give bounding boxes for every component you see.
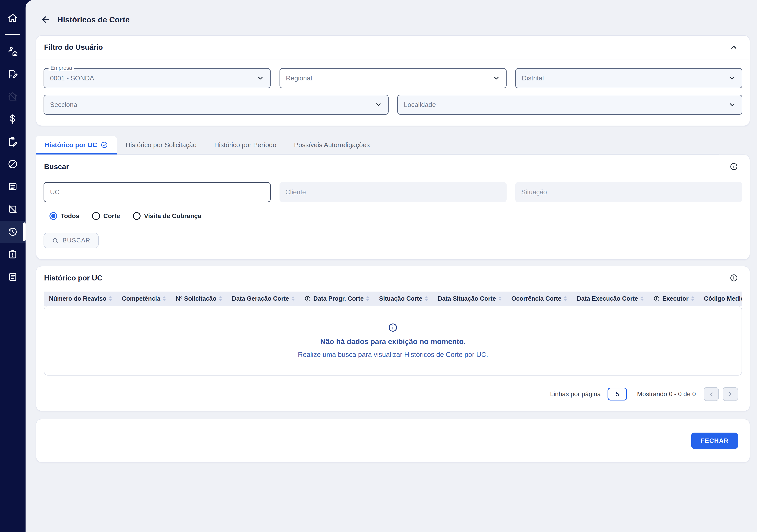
empresa-select[interactable]: Empresa 0001 - SONDA xyxy=(44,68,271,88)
column-label: Nº Solicitação xyxy=(176,295,217,302)
chevron-up-icon xyxy=(730,43,738,51)
column-header-0[interactable]: Número do Reaviso xyxy=(44,295,117,302)
uc-input[interactable] xyxy=(44,182,271,202)
info-icon xyxy=(304,296,311,302)
filter-card: Filtro do Usuário Empresa 0001 - SONDA R… xyxy=(36,35,750,126)
bottom-spacer xyxy=(36,462,750,495)
info-icon xyxy=(730,274,738,282)
clipboard-card-icon xyxy=(7,181,18,192)
radio-corte[interactable]: Corte xyxy=(92,212,120,220)
tab-historico-por-uc[interactable]: Histórico por UC xyxy=(36,136,117,154)
results-card: Histórico por UC Número do ReavisoCompet… xyxy=(36,266,750,411)
sidebar xyxy=(0,0,25,532)
sidebar-item-reports[interactable] xyxy=(0,266,25,288)
sidebar-item-history[interactable] xyxy=(0,221,25,243)
rows-per-page-label: Linhas por página xyxy=(550,391,601,398)
back-arrow-icon[interactable] xyxy=(41,15,51,24)
sidebar-item-clipboard-card[interactable] xyxy=(0,175,25,198)
column-label: Data Geração Corte xyxy=(232,295,289,302)
sidebar-item-user-home[interactable] xyxy=(0,40,25,63)
image-off-icon xyxy=(7,204,18,214)
tab-possiveis-autorreligacoes[interactable]: Possíveis Autorreligações xyxy=(285,136,379,154)
column-header-5[interactable]: Situação Corte xyxy=(374,295,433,302)
cliente-input[interactable] xyxy=(280,182,506,202)
buscar-button[interactable]: BUSCAR xyxy=(44,233,99,249)
document-lines-icon xyxy=(7,271,18,282)
column-header-3[interactable]: Data Geração Corte xyxy=(227,295,300,302)
regional-select[interactable]: Regional xyxy=(280,68,506,88)
sort-icon xyxy=(366,296,369,301)
distrital-placeholder: Distrital xyxy=(522,75,544,82)
column-label: Ocorrência Corte xyxy=(511,295,561,302)
sidebar-item-image-off[interactable] xyxy=(0,198,25,221)
fechar-button[interactable]: FECHAR xyxy=(691,433,738,449)
chevron-down-icon xyxy=(729,75,736,82)
buscar-button-label: BUSCAR xyxy=(63,237,90,244)
sort-icon xyxy=(109,296,112,301)
empty-state-subtitle: Realize uma busca para visualizar Histór… xyxy=(298,351,488,359)
column-label: Data Execução Corte xyxy=(577,295,638,302)
collapse-button[interactable] xyxy=(730,43,738,51)
next-page-button[interactable] xyxy=(723,387,738,401)
info-icon xyxy=(730,162,738,171)
tab-label: Histórico por Solicitação xyxy=(126,141,197,149)
radio-dot xyxy=(49,212,57,220)
radio-group: Todos Corte Visita de Cobrança xyxy=(49,212,742,220)
results-card-title: Histórico por UC xyxy=(44,274,102,282)
tab-historico-por-solicitacao[interactable]: Histórico por Solicitação xyxy=(117,136,205,154)
column-header-1[interactable]: Competência xyxy=(117,295,171,302)
sidebar-item-clipboard-edit[interactable] xyxy=(0,130,25,153)
page-header: Históricos de Corte xyxy=(36,15,750,24)
radio-dot xyxy=(92,212,100,220)
radio-label: Corte xyxy=(103,212,120,220)
sidebar-item-home-off[interactable] xyxy=(0,85,25,108)
seccional-select[interactable]: Seccional xyxy=(44,95,389,115)
column-label: Competência xyxy=(122,295,160,302)
seccional-placeholder: Seccional xyxy=(50,101,79,109)
home-off-icon xyxy=(7,91,18,102)
tab-historico-por-periodo[interactable]: Histórico por Período xyxy=(205,136,285,154)
column-header-9[interactable]: Executor xyxy=(649,295,699,302)
clipboard-edit-icon xyxy=(7,136,18,147)
chevron-down-icon xyxy=(375,101,382,108)
column-header-7[interactable]: Ocorrência Corte xyxy=(506,295,572,302)
column-header-10[interactable]: Código Medidor xyxy=(699,295,742,302)
sidebar-item-alerts[interactable] xyxy=(0,243,25,266)
tab-label: Possíveis Autorreligações xyxy=(294,141,370,149)
info-icon xyxy=(388,323,398,332)
column-label: Código Medidor xyxy=(704,295,742,302)
sidebar-item-home[interactable] xyxy=(0,7,25,29)
rows-per-page-input[interactable] xyxy=(608,388,627,400)
main-content: Históricos de Corte Filtro do Usuário Em… xyxy=(25,0,757,532)
column-header-6[interactable]: Data Situação Corte xyxy=(433,295,506,302)
column-label: Número do Reaviso xyxy=(49,295,106,302)
radio-visita-de-cobranca[interactable]: Visita de Cobrança xyxy=(133,212,201,220)
distrital-select[interactable]: Distrital xyxy=(515,68,742,88)
sidebar-item-file-signature[interactable] xyxy=(0,63,25,85)
situacao-input[interactable] xyxy=(515,182,742,202)
column-label: Situação Corte xyxy=(379,295,422,302)
results-info-button[interactable] xyxy=(730,274,738,282)
column-header-8[interactable]: Data Execução Corte xyxy=(572,295,649,302)
sort-icon xyxy=(564,296,567,301)
sort-icon xyxy=(219,296,222,301)
search-info-button[interactable] xyxy=(730,162,738,171)
radio-label: Visita de Cobrança xyxy=(144,212,201,220)
column-header-4[interactable]: Data Progr. Corte xyxy=(299,295,374,302)
search-card-title: Buscar xyxy=(44,162,69,171)
column-label: Executor xyxy=(662,295,688,302)
radio-todos[interactable]: Todos xyxy=(49,212,79,220)
search-card: Buscar Todos C xyxy=(36,154,750,260)
column-header-2[interactable]: Nº Solicitação xyxy=(171,295,227,302)
chevron-down-icon xyxy=(257,75,264,82)
regional-placeholder: Regional xyxy=(286,75,312,82)
tab-label: Histórico por Período xyxy=(214,141,276,149)
empty-state: Não há dados para exibição no momento. R… xyxy=(44,306,742,376)
localidade-select[interactable]: Localidade xyxy=(397,95,742,115)
prev-page-button[interactable] xyxy=(704,387,719,401)
home-icon xyxy=(7,13,18,23)
page-title: Históricos de Corte xyxy=(57,15,130,24)
sidebar-item-block[interactable] xyxy=(0,153,25,175)
sidebar-item-billing[interactable] xyxy=(0,108,25,130)
ban-icon xyxy=(7,159,18,169)
